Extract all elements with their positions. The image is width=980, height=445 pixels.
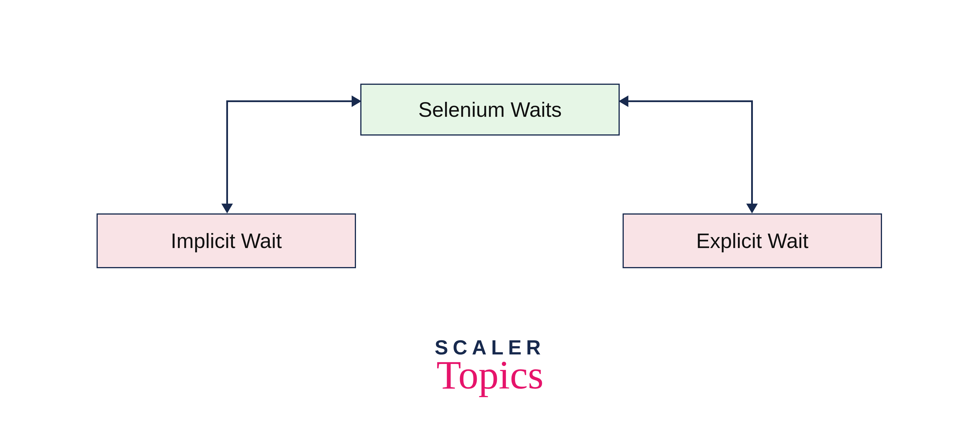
child-node-label-left: Implicit Wait [171, 229, 282, 253]
connector-horizontal-right [628, 100, 753, 102]
connector-vertical-right [751, 100, 753, 204]
brand-logo: SCALER Topics [435, 337, 545, 391]
child-node-explicit-wait: Explicit Wait [623, 214, 882, 268]
brand-line2: Topics [435, 359, 545, 391]
arrow-into-root-right [619, 96, 628, 107]
child-node-label-right: Explicit Wait [696, 229, 808, 253]
root-node-selenium-waits: Selenium Waits [360, 84, 620, 136]
connector-horizontal-left [226, 100, 352, 102]
diagram-canvas: Selenium Waits Implicit Wait Explicit Wa… [0, 0, 980, 445]
arrow-into-root-left [352, 96, 361, 107]
arrow-into-right-child [746, 204, 758, 214]
arrow-into-left-child [221, 204, 233, 214]
child-node-implicit-wait: Implicit Wait [97, 214, 356, 268]
connector-vertical-left [226, 100, 228, 204]
root-node-label: Selenium Waits [418, 98, 562, 121]
